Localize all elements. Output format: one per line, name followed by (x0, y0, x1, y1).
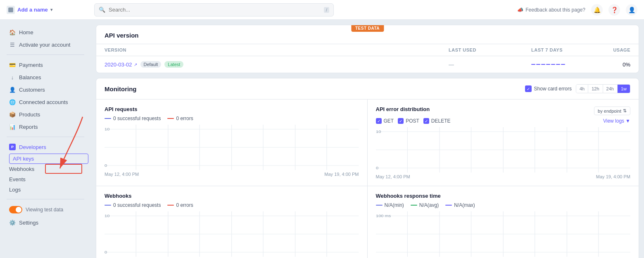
person-icon: 👤 (628, 7, 635, 13)
svg-text:10: 10 (105, 213, 109, 218)
test-data-toggle[interactable] (9, 206, 22, 213)
svg-rect-1 (8, 7, 13, 12)
monitoring-card: Monitoring Show card errors 4h 12h 24h 1… (96, 78, 639, 258)
legend-label: 0 errors (176, 202, 193, 208)
api-version-link[interactable]: 2020-03-02 ↗ (105, 62, 137, 68)
sidebar-item-home[interactable]: 🏠 Home (2, 26, 88, 38)
logo-icon (7, 6, 15, 14)
sidebar-item-developers[interactable]: P Developers (2, 141, 88, 153)
svg-text:10: 10 (105, 127, 109, 131)
notifications-button[interactable]: 🔔 (591, 4, 603, 16)
megaphone-icon: 📣 (517, 7, 523, 13)
post-checkbox[interactable] (398, 118, 404, 124)
delete-label: DELETE (431, 118, 451, 124)
api-keys-label: API keys (13, 156, 34, 162)
delete-checkbox[interactable] (423, 118, 429, 124)
topbar-right: 📣 Feedback about this page? 🔔 ❓ 👤 (517, 4, 637, 16)
sidebar-item-balances[interactable]: ↓ Balances (2, 71, 88, 83)
monitoring-header: Monitoring Show card errors 4h 12h 24h 1… (96, 78, 639, 99)
sidebar-item-label: Settings (19, 220, 38, 226)
logo-area[interactable]: Add a name ▾ (7, 6, 89, 14)
error-dist-legend: GET POST DELETE (376, 118, 451, 124)
sidebar-item-customers[interactable]: 👤 Customers (2, 84, 88, 95)
chevron-icon: ⇅ (623, 108, 627, 114)
legend-avg: N/A(avg) (411, 202, 439, 208)
legend-line-red (167, 118, 174, 119)
sparkline (531, 64, 597, 65)
help-button[interactable]: ❓ (608, 4, 620, 16)
error-dist-axis: May 12, 4:00 PM May 19, 4:00 PM (376, 174, 631, 179)
sidebar-item-settings[interactable]: ⚙️ Settings (2, 217, 88, 228)
sidebar: 🏠 Home ☰ Activate your account 💳 Payment… (0, 20, 91, 235)
post-label: POST (406, 118, 419, 124)
api-version-row: 2020-03-02 ↗ Default Latest — (96, 56, 639, 73)
question-icon: ❓ (611, 7, 618, 13)
x-axis-end: May 19, 4:00 PM (596, 174, 630, 179)
api-requests-title: API requests (105, 106, 359, 112)
test-data-toggle-area: Viewing test data (2, 204, 88, 216)
legend-webhooks-errors: 0 errors (167, 202, 193, 208)
legend-errors: 0 errors (167, 116, 193, 121)
legend-label: 0 successful requests (113, 116, 161, 121)
view-logs-link[interactable]: View logs ▼ (603, 118, 630, 124)
col-version: VERSION (105, 47, 449, 52)
sidebar-item-activate[interactable]: ☰ Activate your account (2, 39, 88, 50)
user-avatar[interactable]: 👤 (626, 4, 637, 16)
legend-line-blue (105, 118, 111, 119)
sidebar-item-label: Connected accounts (19, 99, 68, 105)
sidebar-sub-item-webhooks[interactable]: Webhooks (9, 164, 88, 174)
card-errors-checkbox[interactable] (525, 85, 532, 92)
monitoring-title: Monitoring (105, 85, 136, 92)
topbar: Add a name ▾ 🔍 / 📣 Feedback about this p… (0, 0, 644, 20)
sidebar-item-products[interactable]: 📦 Products (2, 109, 88, 120)
svg-text:0: 0 (376, 166, 378, 170)
api-version-table-header: VERSION LAST USED LAST 7 DAYS USAGE (96, 44, 639, 56)
sidebar-item-payments[interactable]: 💳 Payments (2, 59, 88, 71)
api-requests-panel: API requests 0 successful requests 0 err… (96, 99, 368, 186)
sidebar-sub-item-api-keys[interactable]: API keys (9, 154, 88, 164)
sidebar-sub-item-events[interactable]: Events (9, 174, 88, 185)
default-badge: Default (140, 61, 162, 68)
legend-get: GET (376, 118, 394, 124)
sidebar-item-connected-accounts[interactable]: 🌐 Connected accounts (2, 96, 88, 108)
time-btn-24h[interactable]: 24h (603, 85, 617, 93)
webhooks-label: Webhooks (9, 166, 34, 172)
search-icon: 🔍 (99, 7, 105, 13)
sidebar-divider-3 (7, 199, 84, 199)
svg-text:100 ms: 100 ms (376, 213, 391, 218)
legend-delete: DELETE (423, 118, 451, 124)
legend-label: 0 successful requests (113, 202, 161, 208)
x-axis-end: May 19, 4:00 PM (324, 172, 359, 177)
svg-text:0: 0 (105, 163, 107, 168)
search-input[interactable] (109, 7, 321, 13)
legend-line-blue-wh (105, 205, 111, 206)
sidebar-item-label: Products (19, 111, 40, 118)
time-btn-1w[interactable]: 1w (617, 85, 630, 93)
sidebar-item-reports[interactable]: 📊 Reports (2, 121, 88, 133)
col-last-used: LAST USED (449, 47, 531, 52)
show-card-errors-toggle[interactable]: Show card errors (525, 85, 572, 92)
get-checkbox[interactable] (376, 118, 382, 124)
webhooks-response-panel: Webhooks response time N/A(min) N/A(avg) (368, 186, 639, 258)
search-bar[interactable]: 🔍 / (94, 3, 334, 17)
arrow-down-icon: ↓ (9, 74, 16, 80)
error-dist-svg: 10 0 (376, 127, 631, 173)
by-endpoint-select[interactable]: by endpoint ⇅ (594, 107, 630, 115)
api-version-card: TEST DATA API version VERSION LAST USED … (96, 25, 639, 73)
time-btn-12h[interactable]: 12h (588, 85, 602, 93)
search-shortcut: / (324, 7, 329, 13)
legend-line-avg (411, 205, 417, 206)
legend-label: 0 errors (176, 116, 193, 121)
webhooks-response-legend: N/A(min) N/A(avg) N/A(max) (376, 202, 631, 208)
webhooks-title: Webhooks (105, 193, 359, 199)
sidebar-sub-item-logs[interactable]: Logs (9, 185, 88, 195)
error-dist-controls: API error distribution by endpoint ⇅ (376, 106, 631, 116)
api-requests-legend: 0 successful requests 0 errors (105, 116, 359, 121)
sidebar-divider-2 (7, 137, 84, 137)
sidebar-item-label: Reports (19, 124, 38, 130)
list-icon: ☰ (9, 41, 16, 48)
time-btn-4h[interactable]: 4h (576, 85, 588, 93)
settings-icon: ⚙️ (9, 219, 16, 226)
legend-post: POST (398, 118, 419, 124)
feedback-button[interactable]: 📣 Feedback about this page? (517, 7, 585, 13)
